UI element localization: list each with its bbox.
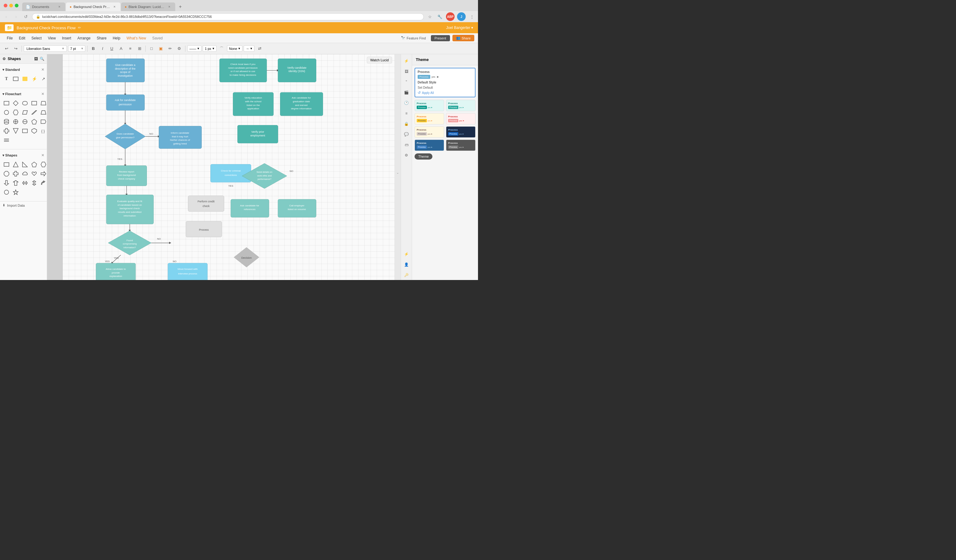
sh-star[interactable] bbox=[12, 188, 20, 196]
shapes-close-btn[interactable]: ✕ bbox=[41, 153, 44, 157]
start-arrow-selector[interactable]: None▾ bbox=[227, 45, 242, 52]
user-name[interactable]: Joel Bangerter ▾ bbox=[446, 25, 473, 30]
shape-arrow[interactable]: ↗ bbox=[39, 75, 47, 83]
font-selector[interactable]: Liberation Sans ▾ bbox=[24, 45, 67, 52]
menu-insert[interactable]: Insert bbox=[59, 35, 74, 42]
line-width-selector[interactable]: 1 px▾ bbox=[203, 45, 217, 52]
tab-documents[interactable]: 📄 Documents ✕ bbox=[22, 2, 65, 11]
close-window-btn[interactable] bbox=[4, 4, 7, 7]
reload-btn[interactable]: ↺ bbox=[22, 13, 30, 20]
menu-select[interactable]: Select bbox=[28, 35, 45, 42]
image-icon[interactable]: 🖼 bbox=[34, 57, 38, 61]
menu-arrange[interactable]: Arrange bbox=[74, 35, 94, 42]
menu-help[interactable]: Help bbox=[110, 35, 124, 42]
font-color-btn[interactable]: A bbox=[117, 45, 125, 53]
forward-btn[interactable]: › bbox=[12, 13, 20, 20]
address-bar[interactable]: 🔒 lucidchart.com/documents/edit/033fdea2… bbox=[32, 13, 424, 20]
sh-curved[interactable] bbox=[39, 179, 47, 187]
border-btn[interactable]: □ bbox=[148, 45, 156, 53]
fc-rect[interactable] bbox=[2, 99, 11, 107]
more-format-btn[interactable]: ⚙ bbox=[175, 45, 183, 53]
fc-chevron[interactable] bbox=[39, 118, 47, 126]
fc-hex[interactable] bbox=[12, 109, 20, 116]
underline-btn[interactable]: U bbox=[108, 45, 116, 53]
fc-process[interactable] bbox=[30, 99, 38, 107]
fc-rect2[interactable] bbox=[21, 127, 29, 135]
icon-bar-key-btn[interactable]: 🔑 bbox=[402, 271, 411, 279]
theme-card-teal1[interactable]: Process Process yes ➤ bbox=[415, 100, 444, 111]
sh-heart[interactable] bbox=[30, 170, 38, 178]
user-avatar-1[interactable]: ABP bbox=[446, 12, 454, 21]
tab-background-check[interactable]: ● Background Check Process Fl... ✕ bbox=[66, 2, 120, 11]
extension-btn[interactable]: 🔧 bbox=[436, 13, 443, 20]
fill-btn[interactable]: ▣ bbox=[157, 45, 165, 53]
line-options-btn[interactable]: ⌒ bbox=[218, 45, 226, 53]
end-arrow-selector[interactable]: →▾ bbox=[244, 45, 255, 52]
align-btn[interactable]: ≡ bbox=[126, 45, 134, 53]
theme-card-blue[interactable]: Process Process yes ➤ bbox=[415, 140, 444, 151]
apply-all-btn[interactable]: Apply All bbox=[422, 91, 434, 94]
fc-parallelogram[interactable] bbox=[21, 109, 29, 116]
fc-trapezoid[interactable] bbox=[39, 109, 47, 116]
italic-btn[interactable]: I bbox=[99, 45, 107, 53]
flowchart-close-btn[interactable]: ✕ bbox=[41, 92, 44, 96]
sh-right-triangle[interactable] bbox=[21, 160, 29, 168]
share-btn[interactable]: 👥 Share bbox=[453, 35, 474, 41]
icon-bar-bolt-btn[interactable]: ⚡ bbox=[402, 250, 411, 258]
sh-down-arrow[interactable] bbox=[2, 179, 11, 187]
menu-file[interactable]: File bbox=[4, 35, 16, 42]
theme-card-default[interactable]: Process Process yes ➤ Default Style Set … bbox=[415, 68, 476, 98]
icon-bar-settings-btn[interactable]: ⚙ bbox=[402, 151, 411, 160]
icon-bar-quote-btn[interactable]: " bbox=[402, 78, 411, 86]
tab-blank-diagram[interactable]: ● Blank Diagram: Lucidchart ✕ bbox=[121, 2, 176, 11]
undo-btn[interactable]: ↩ bbox=[2, 45, 11, 53]
fc-braces[interactable]: { } bbox=[39, 127, 47, 135]
fc-plus[interactable] bbox=[2, 127, 11, 135]
sh-circle[interactable] bbox=[2, 188, 11, 196]
icon-bar-user-btn[interactable]: 👤 bbox=[402, 260, 411, 269]
back-btn[interactable]: ‹ bbox=[2, 13, 10, 20]
user-avatar-2[interactable]: J bbox=[457, 12, 466, 21]
theme-card-red[interactable]: Process Process yes ➤ bbox=[446, 113, 476, 124]
icon-bar-clock-btn[interactable]: 🕐 bbox=[402, 99, 411, 107]
fc-manual[interactable] bbox=[39, 99, 47, 107]
panel-collapse-btn[interactable]: › bbox=[395, 54, 401, 280]
tab-documents-close[interactable]: ✕ bbox=[57, 5, 61, 9]
menu-whats-new[interactable]: What's New bbox=[124, 35, 149, 42]
fc-rounded[interactable] bbox=[21, 99, 29, 107]
sh-octagon[interactable] bbox=[2, 170, 11, 178]
sh-rect[interactable] bbox=[2, 160, 11, 168]
fc-parallelogram2[interactable] bbox=[30, 109, 38, 116]
search-icon[interactable]: 🔍 bbox=[40, 57, 44, 61]
bold-btn[interactable]: B bbox=[89, 45, 97, 53]
sh-pentagon[interactable] bbox=[30, 160, 38, 168]
theme-card-dark[interactable]: Process Process yes ➤ bbox=[446, 126, 476, 138]
canvas-area[interactable]: Watch Lucid Give candidate a description… bbox=[63, 54, 395, 280]
theme-card-gray[interactable]: Process Process yes ➤ bbox=[446, 140, 476, 151]
sh-triangle[interactable] bbox=[12, 160, 20, 168]
feature-find-btn[interactable]: 🔭 Feature Find bbox=[399, 35, 428, 41]
more-options-btn[interactable]: ⋮ bbox=[468, 13, 476, 20]
icon-bar-image-btn[interactable]: 🖼 bbox=[402, 67, 411, 76]
icon-bar-layers-btn[interactable]: ≡ bbox=[402, 109, 411, 118]
menu-edit[interactable]: Edit bbox=[16, 35, 28, 42]
edit-title-icon[interactable]: ✏ bbox=[78, 25, 81, 30]
theme-card-cream[interactable]: Process Process yes ➤ bbox=[415, 126, 444, 138]
shape-rect[interactable] bbox=[12, 75, 20, 83]
fc-triangle-inv[interactable] bbox=[12, 127, 20, 135]
fc-xor[interactable] bbox=[12, 118, 20, 126]
fc-circle[interactable] bbox=[2, 109, 11, 116]
valign-btn[interactable]: ⊞ bbox=[135, 45, 143, 53]
bookmark-btn[interactable]: ☆ bbox=[426, 13, 434, 20]
icon-bar-film-btn[interactable]: 🎬 bbox=[402, 88, 411, 97]
fc-pentagon[interactable] bbox=[30, 118, 38, 126]
shape-lightning[interactable]: ⚡ bbox=[30, 75, 38, 83]
fc-shield[interactable] bbox=[30, 127, 38, 135]
theme-card-yellow[interactable]: Process Process yes ➤ bbox=[415, 113, 444, 124]
fc-diamond[interactable] bbox=[12, 99, 20, 107]
minimize-window-btn[interactable] bbox=[9, 4, 13, 7]
sh-cross[interactable] bbox=[12, 170, 20, 178]
fc-drum[interactable] bbox=[2, 118, 11, 126]
font-size-selector[interactable]: 7 pt ▾ bbox=[68, 45, 85, 52]
theme-card-teal2[interactable]: Process Process yes ➤ bbox=[446, 100, 476, 111]
